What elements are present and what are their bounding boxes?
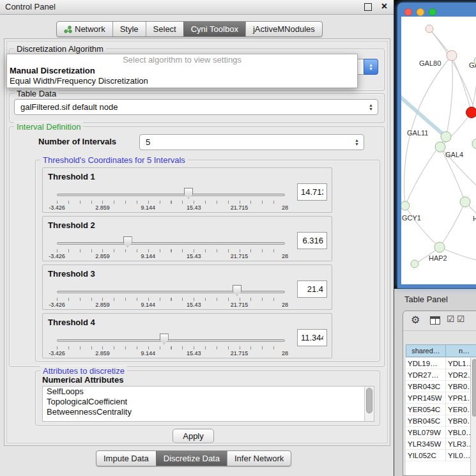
- scale-label: -3.426: [49, 350, 65, 357]
- node[interactable]: [472, 139, 476, 149]
- node[interactable]: [460, 197, 470, 207]
- table-row[interactable]: YER054CYER0…: [406, 404, 476, 415]
- network-canvas[interactable]: GAL80 GA GAL11 GAL4 GCY1 H HAP2: [401, 17, 476, 284]
- scrollbar-thumb[interactable]: [366, 388, 372, 413]
- slider-thumb[interactable]: [160, 334, 169, 344]
- threshold-value-input[interactable]: [297, 329, 327, 346]
- list-item[interactable]: TopologicalCoefficient: [43, 397, 374, 407]
- table-data-group-title: Table Data: [14, 89, 59, 98]
- tab-discretize-data[interactable]: Discretize Data: [156, 451, 227, 466]
- table-row[interactable]: YDL19…YDL1…: [406, 358, 476, 369]
- tab-network[interactable]: Network: [57, 22, 112, 36]
- scrollbar-thumb[interactable]: [472, 359, 476, 417]
- mac-zoom-button[interactable]: [429, 8, 436, 16]
- slider-track[interactable]: [57, 194, 285, 196]
- table-row[interactable]: YLR345WYLR3…: [406, 438, 476, 450]
- table-data-value: galFiltered.sif default node: [20, 102, 118, 112]
- list-item[interactable]: BetweennessCentrality: [43, 407, 374, 417]
- attributes-list[interactable]: SelfLoops TopologicalCoefficient Between…: [42, 386, 374, 422]
- node-label: GAL4: [445, 151, 463, 158]
- node-gal4[interactable]: [435, 142, 445, 152]
- scale-label: 21.715: [231, 302, 249, 308]
- table-row[interactable]: YDR27…YDR2…: [406, 369, 476, 381]
- table-panel-window: ⚙ ☑ ☑ shared… n… YDL19…YDL1… YDR27…YDR2……: [403, 311, 476, 476]
- table-scrollbar[interactable]: [470, 358, 476, 475]
- gear-icon[interactable]: ⚙: [411, 314, 420, 326]
- num-intervals-combobox[interactable]: 5 ▲ ▼: [139, 134, 364, 150]
- slider-thumb[interactable]: [123, 236, 132, 247]
- threshold-label: Threshold 3: [48, 269, 95, 279]
- tab-label: Impute Data: [104, 454, 149, 463]
- tab-cyni-toolbox[interactable]: Cyni Toolbox: [183, 22, 245, 36]
- table-cell[interactable]: YLR345W: [406, 438, 446, 450]
- table-cell[interactable]: YDR27…: [406, 369, 446, 381]
- tab-impute-data[interactable]: Impute Data: [96, 451, 156, 466]
- close-icon[interactable]: ×: [381, 1, 387, 12]
- table-cell[interactable]: YER054C: [406, 404, 446, 415]
- table-row[interactable]: YBR043CYBR0…: [406, 381, 476, 392]
- apply-button[interactable]: Apply: [173, 429, 214, 443]
- window-title: Control Panel: [5, 2, 56, 12]
- threshold-slider[interactable]: -3.426 2.859 9.144 15.43 21.715 28: [57, 333, 285, 358]
- slider-track[interactable]: [57, 291, 285, 293]
- table-cell[interactable]: YDL19…: [406, 358, 446, 369]
- arrow-down-icon: ▼: [355, 142, 359, 146]
- slider-thumb[interactable]: [184, 188, 193, 199]
- node-hap2[interactable]: [434, 242, 445, 252]
- tab-infer-network[interactable]: Infer Network: [227, 451, 291, 466]
- tab-jactivemnodules[interactable]: jActiveMNodules: [245, 22, 322, 36]
- slider-thumb[interactable]: [233, 285, 242, 296]
- threshold-slider[interactable]: -3.426 2.859 9.144 15.43 21.715 28: [57, 236, 285, 261]
- threshold-slider[interactable]: -3.426 2.859 9.144 15.43 21.715 28: [57, 187, 285, 213]
- table-row[interactable]: YPR145WYPR1…: [406, 392, 476, 404]
- table-data-combobox[interactable]: galFiltered.sif default node ▲ ▼: [14, 99, 378, 115]
- tab-select[interactable]: Select: [146, 22, 183, 36]
- combobox-arrows-icon[interactable]: ▲ ▼: [355, 135, 359, 150]
- node-label: GAL80: [419, 59, 441, 67]
- threshold-value-input[interactable]: [297, 232, 327, 249]
- select-checkbox-icon[interactable]: ☑: [457, 314, 465, 324]
- table-cell[interactable]: YPR145W: [406, 392, 446, 404]
- dropdown-option-equal-width[interactable]: Equal Width/Frequency Discretization: [7, 76, 357, 86]
- table-row[interactable]: YIL052CYIL0…: [406, 450, 476, 461]
- slider-track[interactable]: [57, 339, 285, 342]
- table-cell[interactable]: YIL052C: [406, 450, 446, 461]
- scale-label: 9.144: [141, 204, 156, 211]
- algorithm-dropdown-popup: Select algorithm to view settings Manual…: [6, 54, 358, 88]
- mac-minimize-button[interactable]: [417, 8, 424, 16]
- columns-icon[interactable]: [430, 316, 440, 325]
- table-panel-title: Table Panel: [404, 295, 448, 304]
- node-selected-red[interactable]: [466, 107, 476, 118]
- threshold-value-input[interactable]: [297, 183, 327, 201]
- threshold-value-input[interactable]: [297, 280, 327, 298]
- scale-label: -3.426: [49, 204, 65, 211]
- table-cell[interactable]: YBL079W: [406, 427, 446, 438]
- node-label: GA: [469, 61, 476, 69]
- column-header[interactable]: shared…: [406, 344, 446, 357]
- combobox-arrows-icon[interactable]: ▲ ▼: [364, 59, 378, 75]
- threshold-slider[interactable]: -3.426 2.859 9.144 15.43 21.715 28: [57, 284, 285, 310]
- dropdown-option-manual[interactable]: Manual Discretization: [7, 66, 357, 76]
- numerical-attributes-heading: Numerical Attributes: [42, 375, 123, 385]
- select-all-checkbox-icon[interactable]: ☑: [447, 314, 455, 324]
- float-panel-icon[interactable]: [364, 3, 372, 11]
- combobox-arrows-icon[interactable]: ▲ ▼: [369, 100, 373, 114]
- mac-close-button[interactable]: [404, 8, 412, 16]
- node[interactable]: [426, 25, 433, 33]
- node-gal80[interactable]: [447, 50, 457, 61]
- attributes-scrollbar[interactable]: [364, 387, 374, 421]
- node-gcy1[interactable]: [401, 201, 410, 210]
- column-header[interactable]: n…: [446, 344, 476, 357]
- table-row[interactable]: YBL079WYBL0…: [406, 427, 476, 438]
- scale-label: 28: [282, 253, 288, 259]
- tab-style[interactable]: Style: [112, 22, 146, 36]
- node[interactable]: [411, 260, 418, 268]
- list-item[interactable]: SelfLoops: [43, 387, 374, 397]
- threshold-panel-3: Threshold 3 -3.426 2.859 9.144 15.43 21.…: [42, 265, 332, 310]
- threshold-label: Threshold 4: [48, 318, 95, 327]
- table-row[interactable]: YBR045CYBR0…: [406, 415, 476, 427]
- slider-track[interactable]: [57, 242, 285, 245]
- table-cell[interactable]: YBR043C: [406, 381, 446, 392]
- table-cell[interactable]: YBR045C: [406, 415, 446, 427]
- node-gal11[interactable]: [441, 132, 451, 142]
